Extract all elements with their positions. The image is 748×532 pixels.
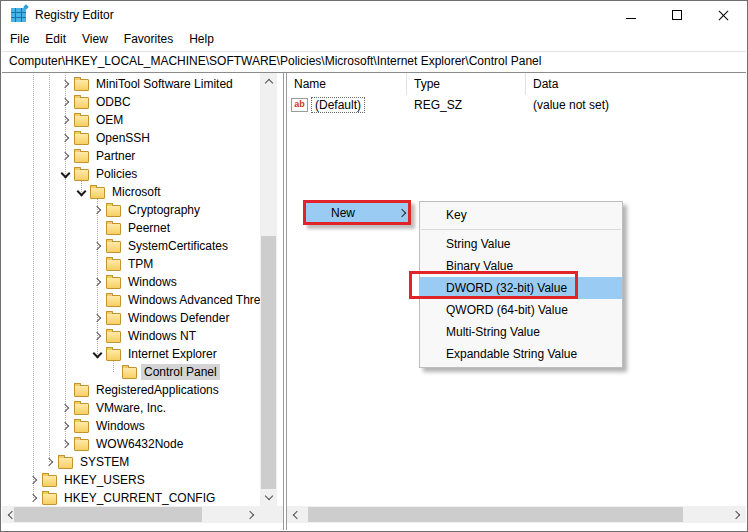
horizontal-scrollbar-thumb[interactable] — [308, 507, 683, 522]
menubar-item-favorites[interactable]: Favorites — [116, 29, 181, 50]
scroll-up-icon — [264, 79, 272, 87]
tree-item-microsoft[interactable]: Microsoft — [2, 183, 260, 201]
expand-chevron-icon[interactable] — [25, 471, 42, 489]
folder-icon — [74, 79, 89, 91]
value-name-cell: ab (Default) — [287, 97, 407, 113]
expand-chevron-icon[interactable] — [57, 75, 74, 93]
expand-chevron-icon[interactable] — [57, 129, 74, 147]
tree-item-control-panel[interactable]: Control Panel — [2, 363, 260, 381]
expand-chevron-icon[interactable] — [89, 273, 106, 291]
expand-chevron-icon[interactable] — [57, 111, 74, 129]
menubar-item-file[interactable]: File — [2, 29, 37, 50]
tree-item-label: OEM — [93, 112, 126, 128]
scroll-up-button[interactable] — [260, 73, 277, 90]
expand-chevron-icon[interactable] — [89, 201, 106, 219]
submenu-item-qword-64-bit-value[interactable]: QWORD (64-bit) Value — [420, 299, 622, 321]
expand-chevron-icon[interactable] — [57, 399, 74, 417]
folder-icon — [74, 385, 89, 397]
tree-item-cryptography[interactable]: Cryptography — [2, 201, 260, 219]
folder-icon — [42, 475, 57, 487]
folder-icon — [74, 169, 89, 181]
submenu-item-expandable-string-value[interactable]: Expandable String Value — [420, 343, 622, 365]
tree-item-label: TPM — [125, 256, 156, 272]
expand-chevron-icon[interactable] — [41, 453, 58, 471]
expand-chevron-icon[interactable] — [89, 345, 106, 363]
scroll-down-icon — [264, 492, 272, 500]
folder-icon — [106, 277, 121, 289]
expand-chevron-icon[interactable] — [57, 435, 74, 453]
expand-chevron-icon[interactable] — [73, 183, 90, 201]
tree-item-odbc[interactable]: ODBC — [2, 93, 260, 111]
submenu-item-key[interactable]: Key — [420, 204, 622, 226]
folder-icon — [74, 133, 89, 145]
scroll-down-button[interactable] — [260, 489, 277, 506]
vertical-scrollbar-thumb[interactable] — [261, 236, 276, 489]
folder-icon — [106, 295, 121, 307]
tree-item-internet-explorer[interactable]: Internet Explorer — [2, 345, 260, 363]
column-header-name[interactable]: Name — [287, 73, 407, 95]
tree-item-system[interactable]: SYSTEM — [2, 453, 260, 471]
value-list-header: Name Type Data — [287, 73, 746, 95]
expand-chevron-icon[interactable] — [57, 165, 74, 183]
context-menu-item-new[interactable]: New — [303, 200, 411, 225]
menubar-item-view[interactable]: View — [74, 29, 116, 50]
tree-item-minitool-software-limited[interactable]: MiniTool Software Limited — [2, 75, 260, 93]
tree-vertical-scrollbar[interactable] — [260, 73, 277, 506]
tree-item-hkey-current-config[interactable]: HKEY_CURRENT_CONFIG — [2, 489, 260, 506]
expand-chevron-icon[interactable] — [57, 147, 74, 165]
tree-item-label: Partner — [93, 148, 138, 164]
tree-item-openssh[interactable]: OpenSSH — [2, 129, 260, 147]
submenu-item-multi-string-value[interactable]: Multi-String Value — [420, 321, 622, 343]
submenu-item-dword-32-bit-value[interactable]: DWORD (32-bit) Value — [420, 277, 622, 299]
tree-item-systemcertificates[interactable]: SystemCertificates — [2, 237, 260, 255]
value-row-default[interactable]: ab (Default) REG_SZ (value not set) — [287, 95, 746, 115]
tree-item-registeredapplications[interactable]: RegisteredApplications — [2, 381, 260, 399]
expand-chevron-icon[interactable] — [89, 327, 106, 345]
tree-item-hkey-users[interactable]: HKEY_USERS — [2, 471, 260, 489]
value-pane-horizontal-scrollbar[interactable] — [287, 506, 746, 523]
tree-item-peernet[interactable]: Peernet — [2, 219, 260, 237]
tree-item-vmware-inc[interactable]: VMware, Inc. — [2, 399, 260, 417]
tree-item-label: HKEY_CURRENT_CONFIG — [61, 490, 218, 506]
minimize-button[interactable] — [608, 1, 654, 29]
folder-icon — [106, 313, 121, 325]
expand-chevron-icon[interactable] — [89, 237, 106, 255]
tree-item-windows-advanced-threat[interactable]: Windows Advanced Threat — [2, 291, 260, 309]
tree-item-label: Control Panel — [141, 364, 220, 380]
menubar-item-help[interactable]: Help — [181, 29, 222, 50]
tree-item-tpm[interactable]: TPM — [2, 255, 260, 273]
scroll-left-button[interactable] — [287, 506, 304, 523]
tree-item-label: Peernet — [125, 220, 173, 236]
expand-chevron-icon[interactable] — [57, 93, 74, 111]
folder-icon — [74, 421, 89, 433]
tree-item-label: RegisteredApplications — [93, 382, 222, 398]
tree-item-windows-defender[interactable]: Windows Defender — [2, 309, 260, 327]
menubar-item-edit[interactable]: Edit — [37, 29, 74, 50]
address-bar[interactable]: Computer\HKEY_LOCAL_MACHINE\SOFTWARE\Pol… — [2, 51, 746, 73]
tree-item-wow6432node[interactable]: WOW6432Node — [2, 435, 260, 453]
expand-chevron-icon[interactable] — [57, 417, 74, 435]
horizontal-scrollbar-thumb[interactable] — [14, 507, 202, 522]
column-header-data[interactable]: Data — [526, 73, 746, 95]
tree-item-windows-nt[interactable]: Windows NT — [2, 327, 260, 345]
tree-item-windows[interactable]: Windows — [2, 417, 260, 435]
tree-view: MiniTool Software Limited ODBC OEM OpenS… — [2, 73, 260, 506]
tree-item-policies[interactable]: Policies — [2, 165, 260, 183]
maximize-button[interactable] — [654, 1, 700, 29]
value-data-cell: (value not set) — [526, 98, 746, 112]
close-icon — [718, 10, 729, 21]
expand-chevron-icon[interactable] — [25, 489, 42, 506]
tree-item-label: SystemCertificates — [125, 238, 231, 254]
submenu-item-binary-value[interactable]: Binary Value — [420, 255, 622, 277]
tree-item-oem[interactable]: OEM — [2, 111, 260, 129]
tree-item-partner[interactable]: Partner — [2, 147, 260, 165]
new-menu-label: New — [306, 206, 399, 220]
submenu-item-string-value[interactable]: String Value — [420, 233, 622, 255]
scroll-right-button[interactable] — [729, 506, 746, 523]
close-button[interactable] — [700, 1, 746, 29]
tree-horizontal-scrollbar[interactable] — [2, 506, 260, 523]
scroll-right-button[interactable] — [243, 506, 260, 523]
tree-item-windows[interactable]: Windows — [2, 273, 260, 291]
expand-chevron-icon[interactable] — [89, 309, 106, 327]
column-header-type[interactable]: Type — [407, 73, 526, 95]
